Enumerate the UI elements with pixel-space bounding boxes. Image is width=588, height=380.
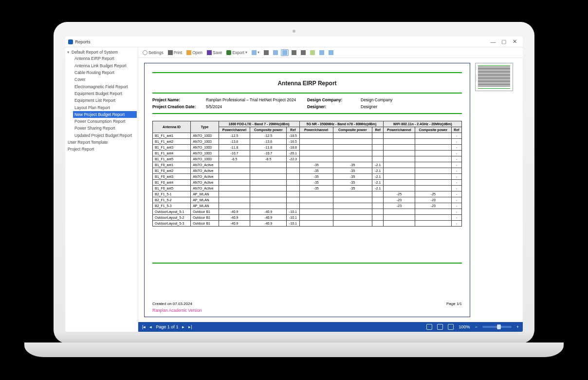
table-cell xyxy=(250,162,287,168)
close-button[interactable]: ✕ xyxy=(509,38,520,45)
toolbar-btn-b[interactable] xyxy=(262,49,270,56)
table-cell: -13.6 xyxy=(250,139,287,145)
toolbar-btn-g[interactable] xyxy=(309,49,316,56)
save-button[interactable]: Save xyxy=(205,49,223,56)
zoom-slider[interactable] xyxy=(482,326,512,328)
table-cell: - xyxy=(451,197,461,203)
divider xyxy=(152,113,462,114)
tree-item[interactable]: Power Sharing Report xyxy=(73,125,137,132)
zoom-out[interactable]: − xyxy=(475,324,477,329)
table-cell: -40.9 xyxy=(219,209,250,215)
tool-icon xyxy=(252,50,257,55)
toolbar-btn-d[interactable] xyxy=(281,49,289,56)
tree-item[interactable]: Equipment List Report xyxy=(73,97,137,104)
meta-label: Designer: xyxy=(307,104,361,109)
table-cell: -22.3 xyxy=(287,156,299,162)
nav-first[interactable]: |◂ xyxy=(142,324,146,329)
toolbar-btn-e[interactable] xyxy=(290,49,298,56)
meta-value: Ranplan Professional – Trial HetNet Proj… xyxy=(206,97,307,102)
table-row: B1_F1_ant4ANTO_1003-10.7-10.7-20.1- xyxy=(153,151,462,156)
toolbar-btn-f[interactable] xyxy=(299,49,307,56)
print-button[interactable]: Print xyxy=(166,49,184,56)
table-cell: -11.8 xyxy=(250,145,287,151)
table-cell xyxy=(384,133,415,139)
tree-item[interactable]: Antenna Link Budget Report xyxy=(73,62,137,69)
settings-button[interactable]: Settings xyxy=(141,49,165,56)
toolbar-btn-h[interactable] xyxy=(318,49,326,56)
table-row: OutdoorLayout_5-1Outdoor B1-40.9-40.9-10… xyxy=(153,209,462,215)
tree-item[interactable]: Electromagnetic Field Report xyxy=(73,83,137,90)
table-cell xyxy=(287,191,299,197)
table-cell xyxy=(299,133,333,139)
tree-item[interactable]: Equipment Budget Report xyxy=(73,90,137,97)
table-cell xyxy=(333,221,372,227)
th-sub: Ref xyxy=(372,127,383,133)
table-cell: -2.1 xyxy=(372,174,383,180)
table-cell: -2.1 xyxy=(372,168,383,174)
table-cell xyxy=(333,197,372,203)
tree-item[interactable]: Project Report xyxy=(66,146,137,152)
export-button[interactable]: Export▾ xyxy=(225,49,249,56)
table-cell: -20.1 xyxy=(287,151,299,156)
table-cell: - xyxy=(451,174,461,180)
nav-prev[interactable]: ◂ xyxy=(149,324,152,329)
view-mode-icon[interactable] xyxy=(426,324,432,330)
table-row: B1_F1_ant5ANTO_1003-8.5-8.5-22.3- xyxy=(153,156,462,162)
table-cell xyxy=(384,209,415,215)
table-cell: -10.1 xyxy=(287,221,299,227)
table-cell xyxy=(299,209,333,215)
view-mode-icon[interactable] xyxy=(448,324,454,330)
toolbar-btn-c[interactable] xyxy=(272,49,279,56)
table-cell: ANTO_1003 xyxy=(191,145,219,151)
table-cell: B1_F1_ant1 xyxy=(153,133,191,139)
tree-item[interactable]: Layout Plan Report xyxy=(73,104,137,111)
table-cell xyxy=(219,186,250,191)
table-cell: -23 xyxy=(415,197,451,203)
table-cell: -40.9 xyxy=(250,209,287,215)
report-tree[interactable]: ▾ Default Report of System Antenna EIRP … xyxy=(65,47,138,332)
table-cell: - xyxy=(451,180,461,186)
zoom-in[interactable]: + xyxy=(516,324,519,329)
tree-item[interactable]: New Project Budget Report xyxy=(73,111,137,118)
report-meta: Project Name: Ranplan Professional – Tri… xyxy=(152,97,462,109)
nav-next[interactable]: ▸ xyxy=(182,324,184,329)
table-cell xyxy=(219,162,250,168)
nav-last[interactable]: ▸| xyxy=(188,324,192,329)
table-cell xyxy=(333,191,372,197)
table-cell: B1_F0_ant1 xyxy=(153,162,191,168)
toolbar-btn-a[interactable]: ▾ xyxy=(250,49,261,56)
table-cell: -40.9 xyxy=(219,215,250,221)
th-sub: Ref xyxy=(451,127,461,133)
tree-item[interactable]: User Report Template xyxy=(66,139,137,146)
meta-value: Designer xyxy=(361,104,462,109)
toolbar-btn-i[interactable] xyxy=(327,49,335,56)
table-cell: - xyxy=(451,145,461,151)
table-cell xyxy=(372,221,383,227)
titlebar: Reports — ▢ ✕ xyxy=(65,37,523,47)
th-type: Type xyxy=(191,121,219,133)
table-cell xyxy=(372,191,383,197)
tree-root[interactable]: ▾ Default Report of System xyxy=(66,49,137,55)
tree-item[interactable]: Cable Routing Report xyxy=(73,69,137,76)
open-button[interactable]: Open xyxy=(185,49,204,56)
tree-item[interactable]: Power Consumption Report xyxy=(73,118,137,125)
table-cell xyxy=(384,174,415,180)
page-thumbnail[interactable] xyxy=(475,63,513,91)
table-row: B1_F0_ant2ANTO_Active-35-35-2.1- xyxy=(153,168,462,174)
maximize-button[interactable]: ▢ xyxy=(498,38,509,45)
view-mode-icon[interactable] xyxy=(437,324,443,330)
tree-item[interactable]: Cover xyxy=(73,76,137,83)
tree-item[interactable]: Updated Project Budget Report xyxy=(73,132,137,139)
minimize-button[interactable]: — xyxy=(488,39,498,45)
table-cell: -23 xyxy=(384,203,415,209)
table-cell xyxy=(415,156,451,162)
table-cell: AP_WLAN xyxy=(191,191,219,197)
tree-caret-icon[interactable]: ▾ xyxy=(66,49,70,55)
tool-icon xyxy=(329,50,333,55)
table-cell xyxy=(299,203,333,209)
table-cell xyxy=(415,133,451,139)
tree-item[interactable]: Antenna EIRP Report xyxy=(73,55,137,62)
table-cell: - xyxy=(451,133,461,139)
table-cell: -25 xyxy=(384,191,415,197)
page-indicator: Page 1 of 1 xyxy=(156,324,178,329)
